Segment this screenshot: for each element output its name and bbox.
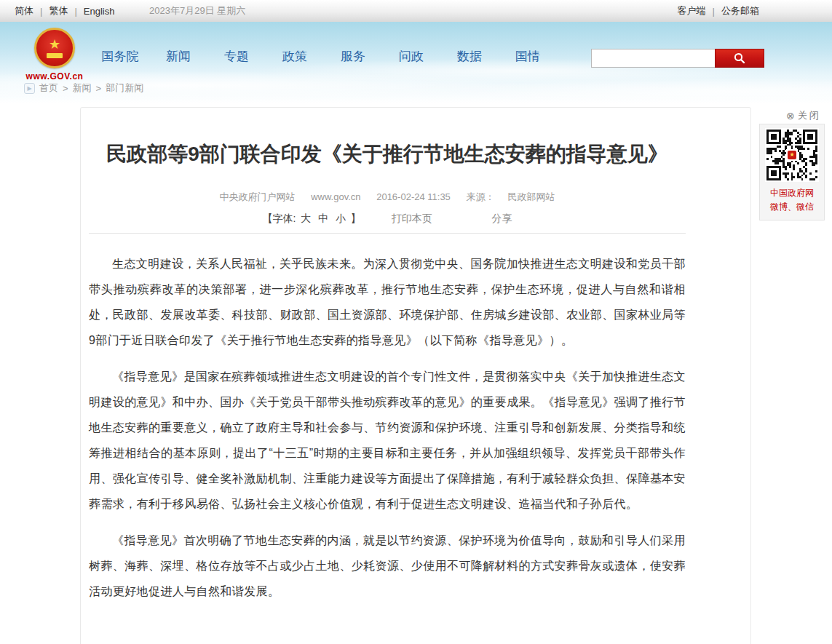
- qr-code-card: ★ 中国政府网 微博、微信: [759, 124, 825, 220]
- share-button[interactable]: 分享: [492, 212, 512, 224]
- qr-caption: 中国政府网 微博、微信: [760, 186, 824, 214]
- language-switcher: 简体 | 繁体 | English: [15, 0, 114, 22]
- article: 民政部等9部门联合印发《关于推行节地生态安葬的指导意见》 中央政府门户网站 ww…: [89, 131, 686, 604]
- site-header: ★ www.GOV.cn 国务院 新闻 专题 政策 服务 问政 数据 国情: [0, 22, 832, 103]
- nav-item-interaction[interactable]: 问政: [382, 48, 440, 65]
- publish-datetime: 2016-02-24 11:35: [376, 191, 451, 202]
- page: 简体 | 繁体 | English 2023年7月29日 星期六 客户端 | 公…: [0, 0, 832, 644]
- search-input[interactable]: [591, 49, 715, 68]
- top-right-links: 客户端 | 公务邮箱: [678, 0, 759, 22]
- top-utility-bar: 简体 | 繁体 | English 2023年7月29日 星期六 客户端 | 公…: [0, 0, 832, 23]
- national-emblem-mini-icon: ★: [788, 151, 796, 159]
- current-date: 2023年7月29日 星期六: [149, 0, 245, 22]
- search-box: [591, 49, 764, 68]
- qr-caption-line1: 中国政府网: [760, 186, 824, 200]
- font-size-small-button[interactable]: 小: [336, 212, 346, 224]
- breadcrumb-dept-news[interactable]: 部门新闻: [106, 82, 143, 95]
- breadcrumb-separator: >: [96, 83, 102, 94]
- gov-logo[interactable]: ★ www.GOV.cn: [22, 28, 87, 82]
- lang-traditional-link[interactable]: 繁体: [49, 4, 68, 17]
- lang-simplified-link[interactable]: 简体: [15, 4, 33, 17]
- official-mailbox-link[interactable]: 公务邮箱: [721, 4, 759, 17]
- lang-english-link[interactable]: English: [84, 6, 115, 17]
- nav-item-national-conditions[interactable]: 国情: [499, 48, 557, 65]
- font-size-suffix: 】: [351, 212, 361, 224]
- qr-center-emblem: ★: [786, 149, 798, 161]
- title-divider: [89, 233, 686, 234]
- breadcrumb-home[interactable]: 首页: [39, 82, 58, 95]
- nav-item-topics[interactable]: 专题: [207, 48, 266, 65]
- breadcrumb-news[interactable]: 新闻: [73, 82, 92, 95]
- logo-url-text: www.GOV.cn: [22, 71, 87, 82]
- print-button[interactable]: 打印本页: [392, 212, 432, 224]
- paragraph: 《指导意见》首次明确了节地生态安葬的内涵，就是以节约资源、保护环境为价值导向，鼓…: [89, 528, 686, 604]
- divider: |: [40, 6, 42, 17]
- star-icon: ★: [49, 38, 60, 51]
- search-icon: [733, 52, 746, 65]
- article-toolbar: 【字体: 大 中 小 】 打印本页 分享: [89, 212, 686, 226]
- close-label: 关闭: [798, 109, 821, 122]
- national-emblem-icon: ★: [34, 28, 75, 68]
- article-meta: 中央政府门户网站 www.gov.cn 2016-02-24 11:35 来源：…: [89, 191, 686, 204]
- article-title: 民政部等9部门联合印发《关于推行节地生态安葬的指导意见》: [89, 131, 686, 177]
- qr-code: ★: [765, 128, 819, 182]
- breadcrumb: ▶ 首页 > 新闻 > 部门新闻: [24, 82, 143, 95]
- font-size-prefix: 【字体:: [262, 212, 296, 224]
- article-container: 民政部等9部门联合印发《关于推行节地生态安葬的指导意见》 中央政府门户网站 ww…: [80, 107, 751, 644]
- source-name: 民政部网站: [507, 191, 555, 202]
- main-nav: 国务院 新闻 专题 政策 服务 问政 数据 国情: [91, 48, 557, 65]
- source-label: 来源：: [466, 191, 494, 202]
- client-app-link[interactable]: 客户端: [678, 4, 706, 17]
- article-body: 生态文明建设，关系人民福祉，关乎民族未来。为深入贯彻党中央、国务院加快推进生态文…: [89, 251, 686, 604]
- breadcrumb-separator: >: [63, 83, 68, 94]
- qr-caption-line2: 微博、微信: [760, 200, 824, 214]
- search-button[interactable]: [715, 49, 764, 68]
- paragraph: 《指导意见》是国家在殡葬领域推进生态文明建设的首个专门性文件，是贯彻落实中央《关…: [89, 364, 686, 517]
- paragraph: 生态文明建设，关系人民福祉，关乎民族未来。为深入贯彻党中央、国务院加快推进生态文…: [89, 251, 686, 353]
- source-url: www.gov.cn: [311, 191, 360, 202]
- nav-item-data[interactable]: 数据: [440, 48, 499, 65]
- font-size-large-button[interactable]: 大: [301, 212, 311, 224]
- source-site: 中央政府门户网站: [220, 191, 296, 202]
- font-size-medium-button[interactable]: 中: [318, 212, 328, 224]
- divider: |: [713, 6, 715, 17]
- emblem-gate-shape: [47, 53, 63, 58]
- nav-item-state-council[interactable]: 国务院: [91, 48, 149, 65]
- nav-item-policies[interactable]: 政策: [266, 48, 324, 65]
- divider: |: [74, 6, 76, 17]
- breadcrumb-arrow-icon: ▶: [24, 83, 35, 94]
- close-icon: ⊗: [786, 110, 795, 122]
- font-size-control: 【字体: 大 中 小 】: [262, 212, 363, 224]
- nav-item-news[interactable]: 新闻: [149, 48, 207, 65]
- nav-item-services[interactable]: 服务: [324, 48, 382, 65]
- close-qr-button[interactable]: ⊗ 关闭: [786, 109, 821, 122]
